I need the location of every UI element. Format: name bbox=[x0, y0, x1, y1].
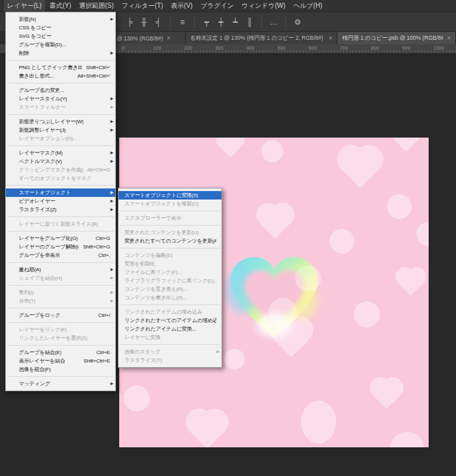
heart-pattern-shape bbox=[392, 269, 429, 303]
menubar-item-view[interactable]: 表示(V) bbox=[167, 0, 195, 12]
ruler-label: 200 bbox=[184, 45, 193, 51]
circle-pattern-shape bbox=[387, 194, 412, 219]
menu-item-label: 変形を初期化 bbox=[124, 260, 155, 268]
menu-item-label: リンクしたレイヤーを選択(S) bbox=[19, 334, 87, 342]
toolbar-separator bbox=[285, 16, 286, 28]
menu-item-label: スマートオブジェクト bbox=[19, 188, 71, 197]
menu-separator bbox=[120, 248, 220, 248]
menubar-item-select[interactable]: 選択範囲(S) bbox=[76, 0, 117, 12]
menu-item[interactable]: 画像を統合(F) bbox=[6, 365, 115, 374]
menu-item: エクスプローラーで表示 bbox=[119, 214, 221, 222]
align-center-horizontal-icon[interactable]: ╫ bbox=[137, 15, 150, 29]
menu-item[interactable]: グループをロックCtrl+/ bbox=[6, 311, 115, 320]
align-bottom-icon[interactable]: ┷ bbox=[229, 15, 242, 29]
menu-separator bbox=[7, 231, 114, 231]
distribute-vertical-icon[interactable]: ║ bbox=[243, 15, 256, 29]
circle-pattern-shape bbox=[261, 140, 283, 162]
menu-separator bbox=[7, 216, 114, 217]
menu-item-label: レイヤースタイル(Y) bbox=[19, 95, 67, 103]
menu-item[interactable]: 表示レイヤーを結合Shift+Ctrl+E bbox=[6, 357, 115, 365]
menu-item[interactable]: ラスタライズ(Z)▶ bbox=[6, 205, 115, 214]
menu-item: 分布(T)▶ bbox=[6, 297, 115, 305]
menu-item[interactable]: グループを結合(E)Ctrl+E bbox=[6, 348, 115, 357]
menu-item[interactable]: リンクされたすべてのアイテムの埋め込み bbox=[119, 316, 221, 325]
submenu-arrow-icon: ▶ bbox=[111, 197, 113, 205]
menu-item-label: 画像のスタック bbox=[124, 348, 161, 356]
menu-item-label: コンテンツを編集(E) bbox=[124, 251, 173, 260]
menu-separator bbox=[7, 308, 114, 308]
menu-item[interactable]: 変更されたすべてのコンテンツを更新(A) bbox=[119, 237, 221, 245]
menu-separator bbox=[7, 376, 114, 377]
more-options-icon[interactable]: … bbox=[267, 15, 280, 29]
menu-item[interactable]: グループ名の変更... bbox=[6, 86, 115, 95]
menu-item-label: レイヤーのグループ解除(U) bbox=[19, 243, 79, 251]
document-tab[interactable]: b @ 130% (RGB/8#)× bbox=[107, 32, 186, 44]
menu-item[interactable]: グループを複製(D)... bbox=[6, 40, 115, 49]
menu-item[interactable]: SVG をコピー bbox=[6, 32, 115, 40]
menubar-item-type[interactable]: 書式(Y) bbox=[46, 0, 74, 12]
photoshop-window: { "menubar": { "items": [ {"label": "レイヤ… bbox=[0, 0, 456, 476]
menu-item[interactable]: ビデオレイヤー▶ bbox=[6, 197, 115, 205]
menubar-item-filter[interactable]: フィルター(T) bbox=[119, 0, 167, 12]
document-tab[interactable]: 楕円形 1 のコピー.psb @ 100% (RGB/8#)× bbox=[337, 32, 456, 44]
menu-item[interactable]: マッティング▶ bbox=[6, 379, 115, 388]
distribute-horizontal-icon[interactable]: ≡ bbox=[176, 15, 189, 29]
menubar-item-plugins[interactable]: プラグイン bbox=[197, 0, 237, 12]
menu-item-smart-object[interactable]: スマートオブジェクト▶ bbox=[6, 188, 115, 197]
menu-item[interactable]: 書き出し形式...Alt+Shift+Ctrl+' bbox=[6, 72, 115, 80]
menu-separator bbox=[120, 211, 220, 211]
toolbar-separator bbox=[194, 16, 195, 28]
menu-item-label: リンクされたすべてのアイテムの埋め込み bbox=[124, 316, 216, 325]
tab-close-button[interactable]: × bbox=[447, 35, 451, 42]
menu-item[interactable]: 重ね順(A)▶ bbox=[6, 265, 115, 274]
menu-separator bbox=[7, 345, 114, 346]
menu-item[interactable]: レイヤースタイル(Y)▶ bbox=[6, 95, 115, 103]
menu-item[interactable]: ベクトルマスク(V)▶ bbox=[6, 157, 115, 166]
submenu-arrow-icon: ▶ bbox=[111, 15, 113, 23]
menu-item[interactable]: レイヤーマスク(M)▶ bbox=[6, 149, 115, 157]
menu-item-shortcut: Ctrl+G bbox=[92, 234, 110, 243]
ruler-label: 0 bbox=[122, 45, 124, 51]
menu-item-label: クリッピングマスクを作成(C) bbox=[19, 166, 83, 174]
tab-close-button[interactable]: × bbox=[329, 35, 333, 42]
menu-item: 整列(I)▶ bbox=[6, 288, 115, 297]
menu-item-label: グループ名の変更... bbox=[19, 86, 64, 95]
menu-item[interactable]: リンクされたアイテムに変換... bbox=[119, 325, 221, 333]
align-middle-icon[interactable]: ┿ bbox=[214, 15, 227, 29]
submenu-item-convert-to-smart-object[interactable]: スマートオブジェクトに変換(S) bbox=[119, 191, 221, 200]
menu-separator bbox=[7, 285, 114, 286]
ruler-label: 700 bbox=[340, 45, 349, 51]
menu-item[interactable]: 新規調整レイヤー(J)▶ bbox=[6, 126, 115, 134]
menu-item[interactable]: 新規(N)▶ bbox=[6, 15, 115, 23]
menu-item[interactable]: PNG としてクイック書き出しShift+Ctrl+' bbox=[6, 63, 115, 72]
menu-item[interactable]: レイヤーのグループ解除(U)Shift+Ctrl+G bbox=[6, 243, 115, 251]
menu-item[interactable]: 削除▶ bbox=[6, 49, 115, 57]
align-left-icon[interactable]: ╞ bbox=[123, 15, 136, 29]
menu-item-label: レイヤーオプション(O)... bbox=[19, 134, 77, 143]
smart-object-submenu: スマートオブジェクトに変換(S)スマートオブジェクトを複製(C)エクスプローラー… bbox=[118, 188, 222, 368]
menu-item[interactable]: 新規塗りつぶしレイヤー(W)▶ bbox=[6, 117, 115, 126]
tab-title: 名称未設定 1 @ 130% (楕円形 1 のコピー 2, RGB/8#) * bbox=[190, 35, 325, 42]
menu-item-label: スマートフィルター bbox=[19, 103, 66, 112]
menubar-item-layer[interactable]: レイヤー(L) bbox=[4, 0, 45, 12]
document-tab[interactable]: 名称未設定 1 @ 130% (楕円形 1 のコピー 2, RGB/8#) *× bbox=[186, 32, 338, 44]
menu-item-label: CSS をコピー bbox=[19, 23, 51, 32]
menubar-item-help[interactable]: ヘルプ(H) bbox=[290, 0, 326, 12]
gear-icon[interactable]: ⚙ bbox=[291, 15, 304, 29]
menu-item-label: 変更されたコンテンツを更新(U) bbox=[124, 228, 199, 237]
menu-item[interactable]: CSS をコピー bbox=[6, 23, 115, 32]
menu-item[interactable]: グループを非表示Ctrl+, bbox=[6, 251, 115, 260]
menu-item-label: シェイプを結合(H) bbox=[19, 274, 62, 282]
menu-item-label: ビデオレイヤー bbox=[19, 197, 55, 205]
align-top-icon[interactable]: ┯ bbox=[200, 15, 213, 29]
menu-item[interactable]: レイヤーをグループ化(G)Ctrl+G bbox=[6, 234, 115, 243]
menu-item-label: レイヤーに変換 bbox=[124, 333, 160, 342]
menu-separator bbox=[120, 225, 220, 226]
oval-pattern-shape bbox=[301, 400, 336, 443]
align-right-icon[interactable]: ╡ bbox=[152, 15, 165, 29]
rainbow-heart-artwork bbox=[223, 251, 325, 342]
menu-item-label: マッティング bbox=[19, 379, 50, 388]
toolbar-separator bbox=[261, 16, 262, 28]
menubar-item-window[interactable]: ウィンドウ(W) bbox=[238, 0, 289, 12]
tab-close-button[interactable]: × bbox=[167, 35, 171, 42]
